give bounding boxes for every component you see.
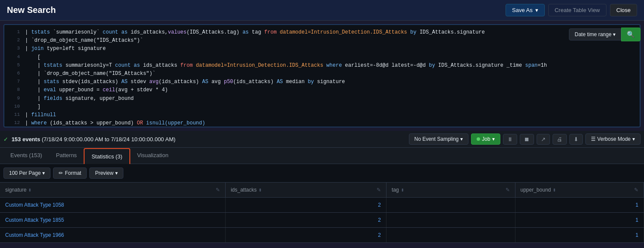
tab-visualization-label: Visualization [137, 152, 169, 158]
per-page-chevron-icon: ▾ [42, 170, 45, 176]
line-number-12: 12 [8, 119, 20, 127]
line-number-2: 2 [8, 37, 20, 45]
ids-attacks-col-label: ids_attacks [231, 187, 257, 193]
search-toolbar: ✓ 153 events (7/18/24 9:00:00.000 AM to … [0, 131, 644, 148]
main-wrapper: Date time range ▾ 🔍 1| tstats `summaries… [0, 24, 644, 243]
line-content-6: | `drop_dm_object_name("IDS_Attacks")` [25, 70, 636, 78]
preview-button[interactable]: Preview ▾ [89, 167, 123, 179]
share-button[interactable]: ↗ [537, 134, 550, 145]
header: New Search Save As ▾ Create Table View C… [0, 0, 644, 21]
job-button[interactable]: Job ▾ [471, 133, 500, 145]
tab-events[interactable]: Events (153) [3, 148, 49, 164]
verbose-chevron-icon: ▾ [632, 136, 635, 142]
statistics-table: signature ⬍ ✎ ids_attacks ⬍ ✎ [0, 183, 644, 243]
date-time-range-button[interactable]: Date time range ▾ [569, 28, 621, 40]
tag-col-label: tag [392, 187, 399, 193]
cell-ids-attacks-1: 2 [225, 213, 386, 228]
tab-patterns-label: Patterns [56, 152, 77, 158]
col-signature: signature ⬍ ✎ [0, 183, 225, 198]
table-header-row: signature ⬍ ✎ ids_attacks ⬍ ✎ [0, 183, 644, 198]
table-row: Custom Attack Type 185521 [0, 213, 644, 228]
cell-ids-attacks-0: 2 [225, 198, 386, 213]
check-icon: ✓ [3, 136, 8, 143]
tag-edit-icon[interactable]: ✎ [506, 187, 510, 193]
col-tag: tag ⬍ ✎ [386, 183, 515, 198]
line-number-9: 9 [8, 95, 20, 103]
code-line-4: 4 [ [4, 53, 640, 62]
event-count-display: ✓ 153 events (7/18/24 9:00:00.000 AM to … [3, 136, 176, 143]
signature-sort-icon[interactable]: ⬍ [28, 188, 31, 192]
job-status-dot [477, 137, 480, 141]
upper-bound-col-label: upper_bound [521, 187, 551, 193]
pencil-icon: ✏ [59, 170, 63, 176]
preview-label: Preview [95, 170, 113, 176]
search-go-button[interactable]: 🔍 [621, 28, 641, 41]
col-ids-attacks: ids_attacks ⬍ ✎ [225, 183, 386, 198]
export-button[interactable]: ⬇ [569, 134, 583, 145]
cell-signature-1: Custom Attack Type 1855 [0, 213, 225, 228]
ids-attacks-edit-icon[interactable]: ✎ [377, 187, 381, 193]
header-actions: Save As ▾ Create Table View Close [506, 4, 637, 16]
ids-attacks-sort-icon[interactable]: ⬍ [258, 188, 262, 192]
line-content-4: [ [25, 53, 636, 62]
code-line-2: 2| `drop_dm_object_name("IDS_Attacks")` [4, 37, 640, 45]
datetime-label: Date time range [575, 31, 611, 37]
tab-visualization[interactable]: Visualization [130, 148, 176, 164]
per-page-button[interactable]: 100 Per Page ▾ [3, 167, 50, 179]
print-button[interactable]: 🖨 [553, 134, 567, 145]
verbose-mode-button[interactable]: ☰ Verbose Mode ▾ [585, 133, 641, 145]
line-content-12: | where (ids_attacks > upper_bound) OR i… [25, 119, 636, 127]
line-number-3: 3 [8, 45, 20, 53]
code-line-12: 12| where (ids_attacks > upper_bound) OR… [4, 119, 640, 127]
line-content-11: | fillnull [25, 111, 636, 119]
code-line-10: 10 ] [4, 103, 640, 111]
line-content-7: | stats stdev(ids_attacks) AS stdev avg(… [25, 78, 636, 86]
line-content-5: | tstats summariesonly=T count as ids_at… [25, 62, 636, 70]
code-line-3: 3| join type=left signature [4, 45, 640, 53]
close-button[interactable]: Close [610, 4, 637, 16]
line-number-7: 7 [8, 78, 20, 86]
sampling-chevron-icon: ▾ [460, 136, 463, 142]
event-count-number: 153 events [12, 136, 41, 143]
event-time-range: (7/18/24 9:00:00.000 AM to 7/18/24 10:00… [42, 136, 176, 143]
cell-signature-2: Custom Attack Type 1966 [0, 228, 225, 243]
cell-signature-0: Custom Attack Type 1058 [0, 198, 225, 213]
upper-bound-edit-icon[interactable]: ✎ [634, 187, 638, 193]
pause-button[interactable]: ⏸ [503, 134, 517, 145]
sampling-button[interactable]: No Event Sampling ▾ [409, 133, 469, 145]
cell-tag-0 [386, 198, 515, 213]
data-table-container: signature ⬍ ✎ ids_attacks ⬍ ✎ [0, 183, 644, 243]
preview-chevron-icon: ▾ [115, 170, 118, 176]
line-number-6: 6 [8, 70, 20, 78]
tab-events-label: Events (153) [10, 152, 42, 158]
format-label: Format [65, 170, 81, 176]
save-as-button[interactable]: Save As ▾ [506, 4, 545, 16]
line-number-8: 8 [8, 86, 20, 94]
print-icon: 🖨 [557, 136, 562, 143]
pause-icon: ⏸ [507, 136, 513, 143]
table-row: Custom Attack Type 105821 [0, 198, 644, 213]
verbose-label: Verbose Mode [597, 136, 631, 142]
code-editor[interactable]: 1| tstats `summariesonly` count as ids_a… [3, 24, 641, 127]
line-number-4: 4 [8, 53, 20, 62]
line-content-1: | tstats `summariesonly` count as ids_at… [25, 28, 636, 37]
format-button[interactable]: ✏ Format [53, 167, 87, 179]
cell-upper-bound-2: 1 [515, 228, 644, 243]
signature-edit-icon[interactable]: ✎ [216, 187, 220, 193]
toolbar-right-controls: No Event Sampling ▾ Job ▾ ⏸ ⏹ ↗ 🖨 ⬇ [409, 133, 641, 145]
code-line-7: 7 | stats stdev(ids_attacks) AS stdev av… [4, 78, 640, 86]
code-line-6: 6 | `drop_dm_object_name("IDS_Attacks")` [4, 70, 640, 78]
col-upper-bound: upper_bound ⬍ ✎ [515, 183, 644, 198]
upper-bound-sort-icon[interactable]: ⬍ [553, 188, 556, 192]
stop-button[interactable]: ⏹ [520, 134, 534, 145]
cell-upper-bound-1: 1 [515, 213, 644, 228]
tab-patterns[interactable]: Patterns [49, 148, 84, 164]
cell-upper-bound-0: 1 [515, 198, 644, 213]
create-table-button[interactable]: Create Table View [548, 4, 606, 16]
line-content-10: ] [25, 103, 636, 111]
tab-statistics[interactable]: Statistics (3) [84, 148, 130, 164]
line-content-2: | `drop_dm_object_name("IDS_Attacks")` [25, 37, 636, 45]
line-content-3: | join type=left signature [25, 45, 636, 53]
sub-toolbar: 100 Per Page ▾ ✏ Format Preview ▾ [0, 164, 644, 183]
tag-sort-icon[interactable]: ⬍ [401, 188, 404, 192]
